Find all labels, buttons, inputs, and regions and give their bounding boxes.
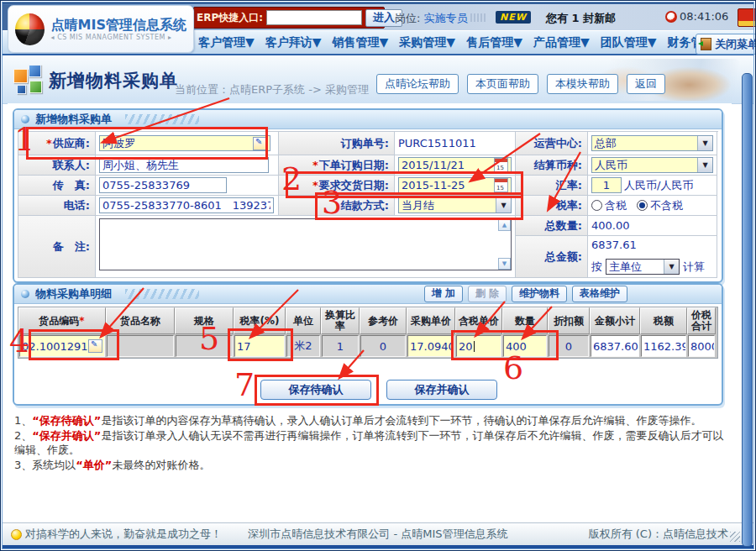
chevron-down-icon[interactable]: ▼ [496,198,511,213]
table-maintain-button[interactable]: 表格维护 [572,286,627,302]
details-data-row: 02.100129117米21017.094012040006837.60681… [18,334,717,358]
order-form-grid: *供应商: 阿波罗 订购单号: PURC1511011 运营中心: 总部 ▼ [18,131,718,278]
details-cell: 1162.3932 [641,335,686,357]
details-cell[interactable]: 17.09401 [407,335,454,357]
bottom-bar [3,545,753,549]
phone-input[interactable] [99,197,274,213]
help-button[interactable]: 本模块帮助 [547,74,618,94]
nav-menu-item[interactable]: 售后管理▼ [466,35,522,50]
nav-menu-item[interactable]: 销售管理▼ [333,35,389,50]
details-panel: 物料采购单明细 增 加 删 除 维护物料 表格维护 货品编码*货品名称规格税率(… [13,283,723,406]
remark-cell: ▲ ▼ [96,216,516,278]
chevron-down-icon[interactable]: ▼ [697,136,712,150]
scroll-down-icon[interactable]: ▼ [498,258,511,270]
bullet-icon [21,115,29,123]
maintain-material-button[interactable]: 维护物料 [512,286,567,302]
radio-checked-icon[interactable] [637,200,648,211]
delivery-date-cell: 2015-11-25 [395,176,516,196]
breadcrumb: 当前位置：点晴ERP子系统 -> 采购管理 [175,82,369,97]
tax-excluded-label: 不含税 [650,198,683,213]
help-button[interactable]: 返回 [627,74,665,94]
app-window: ERP快捷入口: 进入 岗位: 实施专员 NEW 您有 1 封新邮 08:41:… [0,0,756,551]
details-cell[interactable]: 400 [503,335,547,357]
fax-cell [96,176,279,196]
save-draft-button[interactable]: 保存待确认 [260,380,371,400]
scroll-up-icon[interactable]: ▲ [498,219,511,231]
remark-textarea[interactable] [100,219,497,270]
erp-quick-entry-label: ERP快捷入口: [197,11,263,25]
tax-included-option[interactable]: 含税 [591,198,627,213]
clock: 08:41:06 [665,10,728,23]
details-column-header: 单位 [286,307,321,334]
supplier-input[interactable]: 阿波罗 [99,135,270,151]
details-cell: 6837.6068 [591,335,639,357]
details-column-header: 货品名称 [106,307,175,334]
delivery-date-label: *要求交货日期: [279,176,395,196]
chevron-down-icon[interactable]: ▼ [664,260,679,274]
total-qty-label: 总数量: [516,216,588,236]
details-cell[interactable]: 17 [234,335,285,357]
add-row-button[interactable]: 增 加 [424,286,463,302]
details-column-header: 价税合计 [687,307,716,334]
payment-select[interactable]: 当月结 ▼ [398,197,512,213]
calc-suffix: 计算 [683,260,705,275]
order-date-input[interactable]: 2015/11/21 [398,157,512,173]
module-icon [13,65,44,97]
chevron-down-icon[interactable]: ▼ [697,158,712,172]
door-icon [701,38,711,50]
total-qty-value: 400.00 [588,216,717,236]
nav-menu-item[interactable]: 产品管理▼ [533,35,590,50]
goods-picker-icon[interactable] [88,339,102,353]
delete-row-button[interactable]: 删 除 [468,286,507,302]
exchange-rate-input[interactable] [591,177,622,193]
resize-grip [730,532,740,542]
help-button[interactable]: 本页面帮助 [467,74,538,94]
page-title: 新增物料采购单 [49,69,178,92]
save-confirm-button[interactable]: 保存并确认 [386,380,497,400]
brand-title: 点晴MIS管理信息系统 [51,17,186,34]
radio-icon[interactable] [591,200,602,211]
position-label: 岗位: [395,12,420,24]
details-cell [176,335,233,357]
center-select[interactable]: 总部 ▼ [591,135,713,151]
page-header: 新增物料采购单 当前位置：点晴ERP子系统 -> 采购管理 点晴论坛帮助本页面帮… [2,57,754,104]
clock-time: 08:41:06 [680,10,728,23]
details-cell[interactable]: 02.1001291 [19,335,105,357]
order-date-cell: 2015/11/21 [395,155,516,176]
new-badge: NEW [496,11,531,24]
supplier-picker-icon[interactable] [253,137,267,150]
calc-prefix: 按 [591,260,602,275]
nav-menu-item[interactable]: 采购管理▼ [399,35,455,50]
position-info: 岗位: 实施专员 [395,11,468,26]
brand-logo-box: 点晴MIS管理信息系统 ◂ CS MIS MANAGMENT SYSTEM ▸ [8,5,194,53]
order-no-label: 订购单号: [279,132,395,155]
footer-slogan: 对搞科学的人来说，勤奋就是成功之母！ [25,527,222,542]
help-button[interactable]: 点晴论坛帮助 [376,74,459,94]
equalizer-decoration [470,13,486,22]
close-menu-button[interactable]: 关闭菜单 [696,34,756,55]
currency-select[interactable]: 人民币 ▼ [591,157,713,173]
erp-quick-entry-input[interactable] [266,10,362,25]
mail-app-icon[interactable] [738,8,756,27]
tax-excluded-option[interactable]: 不含税 [637,198,683,213]
nav-menu-item[interactable]: 团队管理▼ [601,35,657,50]
delivery-date-input[interactable]: 2015-11-25 [398,177,512,193]
help-buttons: 点晴论坛帮助本页面帮助本模块帮助返回 [376,74,665,94]
hatch-decoration [125,114,199,124]
details-column-header: 换算比率 [321,307,360,334]
nav-menu-item[interactable]: 客户拜访▼ [265,35,322,50]
calendar-icon[interactable] [494,178,508,192]
right-scrollbar[interactable] [742,73,753,547]
center-value: 总部 [592,136,697,151]
note-line: 3、系统均以“单价”未最终的对账价格。 [14,458,730,472]
fax-input[interactable] [99,177,227,193]
details-cell [107,335,174,357]
details-column-header: 采购单价 [407,307,455,334]
delivery-date-value: 2015-11-25 [402,179,465,192]
calc-unit-select[interactable]: 主单位 ▼ [606,259,680,275]
contact-input[interactable] [99,157,269,173]
nav-menu-item[interactable]: 客户管理▼ [198,35,255,50]
calendar-icon[interactable] [494,158,508,172]
details-cell[interactable]: 20 [456,335,501,357]
new-mail-notice[interactable]: 您有 1 封新邮 [546,11,616,26]
